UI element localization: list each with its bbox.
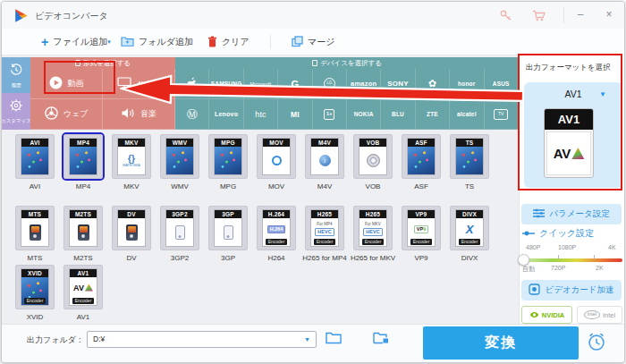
format-tile-h264[interactable]: H.264H.264EncoderH264 (252, 206, 300, 263)
clear-button[interactable]: クリア (207, 29, 250, 55)
format-tile-label: XVID (11, 313, 59, 321)
format-badge: AVI (21, 139, 48, 147)
tile-background: MP4 (63, 134, 103, 179)
format-tile-m2ts[interactable]: M2TSM2TS (59, 206, 107, 263)
file-icon: 3GP (214, 209, 242, 247)
format-art: For MKVHEVCEncoder (360, 218, 386, 246)
tile-background: 3GP2 (160, 206, 199, 250)
format-tile-3gp2[interactable]: 3GP23GP2 (156, 206, 204, 263)
schedule-timer-icon[interactable] (586, 331, 607, 352)
format-badge: VOB (360, 139, 386, 147)
format-tile-label: AVI (11, 182, 59, 190)
format-tile-xvid[interactable]: XVIDEncoderXVID (11, 265, 59, 322)
encoder-bar: Encoder (266, 239, 287, 245)
file-icon: TS (455, 138, 484, 175)
format-tile-label: MP4 (59, 182, 107, 190)
format-tile-mp4[interactable]: MP4MP4 (59, 134, 107, 191)
file-icon: DIVXXEncoder (455, 209, 484, 247)
quality-slider-track[interactable] (522, 258, 622, 262)
file-icon: M2TS (69, 209, 97, 247)
highlight-box-output-format (518, 54, 622, 190)
format-tile-vp9[interactable]: VP9VP9EncoderVP9 (397, 206, 445, 263)
gpu-icon (529, 284, 540, 297)
chevron-down-icon: ▼ (106, 39, 112, 45)
format-tile-mov[interactable]: MOVMOV (252, 134, 300, 191)
format-category-label: ウェブ (63, 108, 89, 120)
slider-label: 4K (608, 244, 616, 250)
plus-icon: + (41, 36, 48, 48)
slider-label: 自動 (522, 265, 535, 274)
format-tile-vob[interactable]: VOBVOB (349, 134, 397, 191)
gpu-acceleration-button[interactable]: ビデオカード加速 (521, 280, 622, 301)
file-icon: M4V♪ (310, 138, 339, 175)
format-badge: VP9 (408, 210, 435, 218)
sidebar-item-customize[interactable]: カスタマイズ (2, 93, 30, 130)
format-art (263, 147, 290, 174)
add-file-dropdown[interactable]: ▼ (106, 29, 112, 55)
format-tile-avi[interactable]: AVIAVI (11, 134, 59, 191)
file-icon: VOB (359, 138, 387, 175)
format-badge: H265 (360, 210, 386, 218)
tile-background: AVI (15, 134, 55, 179)
format-tile-mkv[interactable]: MKV{}MATROSKAMKV (107, 134, 156, 191)
format-tile-mts[interactable]: MTSMTS (11, 206, 59, 263)
format-tile-3gp[interactable]: 3GP3GP (204, 206, 252, 263)
format-tile-divx[interactable]: DIVXXEncoderDIVX (445, 206, 494, 263)
nvidia-button[interactable]: NVIDIA (521, 306, 572, 324)
quality-slider-handle[interactable] (518, 254, 529, 266)
codec-box: VP9 (414, 225, 428, 233)
format-art: H.264Encoder (263, 218, 290, 246)
file-icon: H265For MKVHEVCEncoder (359, 209, 387, 247)
slider-label: 480P (526, 244, 540, 250)
combo-caret-icon[interactable]: ▼ (304, 331, 310, 348)
format-tile-h265-for-mkv[interactable]: H265For MKVHEVCEncoderH265 for MKV (349, 206, 397, 263)
device-label: BLU (392, 111, 404, 117)
output-path-combobox[interactable]: D:¥ (87, 331, 317, 348)
open-folder-icon[interactable] (373, 331, 389, 345)
format-tile-m4v[interactable]: M4V♪M4V (300, 134, 349, 191)
encoder-subtext: For MKV (365, 222, 381, 227)
device-icon (312, 60, 317, 66)
format-category-web[interactable]: ウェブ (30, 99, 103, 130)
close-button[interactable]: × (597, 7, 621, 23)
parameter-settings-button[interactable]: パラメータ設定 (521, 204, 622, 224)
phone-icon (224, 225, 233, 240)
trash-icon (207, 36, 217, 49)
format-tile-asf[interactable]: ASFASF (397, 134, 445, 191)
encoder-subtext: For MP4 (317, 222, 332, 227)
tile-background: ASF (402, 134, 441, 179)
format-tile-label: DIVX (445, 254, 494, 262)
browse-folder-icon[interactable] (326, 331, 342, 345)
format-tile-label: H265 for MP4 (300, 254, 349, 262)
format-art (21, 218, 48, 246)
format-tile-dv[interactable]: DVDV (107, 206, 156, 263)
format-tile-label: M4V (300, 182, 349, 190)
format-tile-av1[interactable]: AV1AVEncoderAV1 (59, 265, 107, 322)
intel-button[interactable]: intel Intel (577, 306, 622, 324)
device-label: ZTE (427, 111, 438, 117)
customize-label: カスタマイズ (1, 118, 31, 124)
format-tile-mpg[interactable]: MPGMPG (204, 134, 252, 191)
register-key-icon[interactable] (499, 9, 513, 23)
format-tile-wmv[interactable]: WMVWMV (156, 134, 204, 191)
quicktime-icon (272, 156, 282, 165)
minimize-button[interactable]: – (569, 7, 592, 23)
format-art: {}MATROSKA (118, 147, 145, 174)
slider-labels-bottom: 自動720P2K (522, 265, 622, 273)
device-label: htc (255, 110, 266, 119)
sidebar-item-history[interactable]: 履歴 (2, 57, 30, 93)
add-folder-button[interactable]: フォルダ追加 (121, 29, 193, 55)
merge-button[interactable]: マージ (292, 29, 334, 55)
folder-plus-icon (121, 36, 134, 48)
tile-background: MOV (257, 134, 296, 179)
convert-button[interactable]: 変換 (423, 326, 579, 360)
file-icon: H.264H.264Encoder (262, 209, 291, 247)
codec-box: H.264 (267, 225, 286, 233)
store-cart-icon[interactable] (532, 9, 546, 23)
history-label: 履歴 (12, 82, 21, 89)
format-tile-ts[interactable]: TSTS (445, 134, 494, 191)
web-icon (45, 106, 58, 122)
format-tile-h265-for-mp4[interactable]: H265For MP4HEVCEncoderH265 for MP4 (300, 206, 349, 263)
slider-labels-top: 480P1080P4K (522, 244, 622, 252)
add-file-button[interactable]: + ファイル追加 (41, 29, 107, 55)
